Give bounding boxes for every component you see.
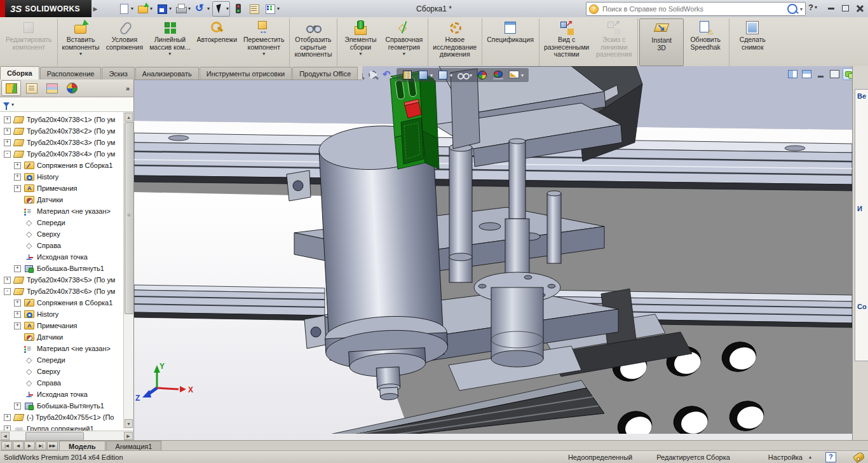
dropdown-caret[interactable]: ▾ xyxy=(403,51,405,57)
expand-toggle[interactable]: + xyxy=(14,174,21,181)
restore-document-button[interactable] xyxy=(829,69,840,79)
tree-item-material[interactable]: Материал <не указан> xyxy=(0,205,133,217)
sw-resource-2-icon[interactable] xyxy=(857,233,867,242)
prev-frame-button[interactable]: ◀ xyxy=(13,441,24,450)
smart-fasteners-button[interactable]: Автокрепежи xyxy=(194,18,240,66)
tree-item-top-plane[interactable]: Сверху xyxy=(0,228,133,240)
tree-item-boss-extrude[interactable]: + Бобышка-Вытянуть1 xyxy=(0,263,133,274)
close-button[interactable] xyxy=(853,3,867,13)
dropdown-caret[interactable]: ▾ xyxy=(262,51,265,57)
dropdown-caret[interactable]: ▾ xyxy=(207,6,210,11)
instant3d-button[interactable]: Instant 3D xyxy=(639,18,684,66)
dropdown-caret[interactable]: ▾ xyxy=(226,6,229,11)
dropdown-caret[interactable]: ▾ xyxy=(169,6,172,11)
display-style-icon[interactable]: ▾ xyxy=(437,69,452,81)
view-settings-icon[interactable]: ▾ xyxy=(508,69,524,81)
dropdown-caret[interactable]: ▾ xyxy=(277,6,280,11)
split-view-top-button[interactable] xyxy=(801,69,812,79)
menu-expand-icon[interactable]: ▶ xyxy=(92,0,99,17)
whats-new-icon[interactable] xyxy=(857,165,867,174)
dropdown-caret[interactable]: ▾ xyxy=(168,51,171,57)
expand-toggle[interactable]: + xyxy=(4,139,11,146)
expand-toggle[interactable]: + xyxy=(14,300,21,307)
expand-toggle[interactable]: + xyxy=(4,277,11,284)
expand-toggle[interactable]: + xyxy=(14,322,21,329)
tree-item-tube738-5[interactable]: + Труба20x40x738<5> (По ум xyxy=(0,274,126,286)
go-to-start-button[interactable]: |◀ xyxy=(1,441,12,450)
new-motion-study-button[interactable]: Новое исследование движения xyxy=(430,18,482,66)
tab-evaluate[interactable]: Анализировать xyxy=(135,67,199,79)
expand-toggle[interactable]: - xyxy=(4,288,11,295)
panel-chevron[interactable]: » xyxy=(126,85,130,92)
hide-show-items-icon[interactable]: ▾ xyxy=(457,69,472,81)
community-icon[interactable] xyxy=(857,317,867,326)
minimize-document-button[interactable] xyxy=(815,69,826,79)
expand-toggle[interactable]: + xyxy=(14,311,21,318)
tools-icon[interactable] xyxy=(857,277,867,286)
update-speedpak-button[interactable]: Обновить Speedhak xyxy=(684,18,729,66)
sw-resource-1-icon[interactable] xyxy=(857,219,867,228)
tree-item-material[interactable]: Материал <не указан> xyxy=(0,343,133,354)
tab-configurationmanager[interactable] xyxy=(42,80,62,96)
dropdown-caret[interactable]: ▾ xyxy=(79,51,82,57)
configuration-caret[interactable]: ▴ xyxy=(809,454,811,460)
play-button[interactable]: ▶ xyxy=(24,441,35,450)
tab-displaymanager[interactable] xyxy=(62,80,82,96)
tree-item-right-plane[interactable]: Справа xyxy=(0,377,133,389)
tab-featuremanager[interactable] xyxy=(1,80,21,96)
view-orientation-icon[interactable]: ▾ xyxy=(417,69,433,81)
dropdown-caret[interactable]: ▾ xyxy=(521,73,524,78)
tree-item-tube755-1[interactable]: + (-) Труба20x40x755<1> (По xyxy=(0,411,126,423)
expand-toggle[interactable]: + xyxy=(14,403,21,410)
tree-item-origin[interactable]: Исходная точка xyxy=(0,251,133,263)
options-button[interactable]: ▾ xyxy=(263,1,281,17)
expand-toggle[interactable]: + xyxy=(4,425,11,431)
previous-view-icon[interactable] xyxy=(381,69,393,81)
task-pane[interactable]: Ве И Со xyxy=(852,66,868,440)
tree-item-annotations[interactable]: + Примечания xyxy=(0,320,133,331)
expand-toggle[interactable]: + xyxy=(14,265,21,272)
new-document-button[interactable]: ▾ xyxy=(117,1,135,17)
dropdown-caret[interactable]: ▾ xyxy=(131,6,133,11)
apply-scene-icon[interactable] xyxy=(492,69,504,81)
tree-item-mates-in-asm[interactable]: + Сопряжения в Сборка1 xyxy=(0,160,133,171)
file-properties-button[interactable] xyxy=(247,1,262,17)
model-lower-rail-left[interactable] xyxy=(134,285,325,321)
tree-item-top-plane[interactable]: Сверху xyxy=(0,366,133,377)
go-to-end-button[interactable]: ▶▶ xyxy=(47,441,58,450)
subscription-icon[interactable] xyxy=(857,263,867,272)
exploded-view-button[interactable]: Вид с разнесенными частями xyxy=(541,18,592,66)
tree-item-boss-extrude[interactable]: + Бобышка-Вытянуть1 xyxy=(0,400,133,411)
tree-item-right-plane[interactable]: Справа xyxy=(0,240,133,251)
expand-toggle[interactable]: + xyxy=(4,128,11,135)
tree-item-tube738-3[interactable]: + Труба20x40x738<3> (По ум xyxy=(0,137,126,148)
dropdown-caret[interactable]: ▾ xyxy=(430,73,433,78)
expand-toggle[interactable]: + xyxy=(14,162,21,169)
info-icon[interactable] xyxy=(857,179,867,188)
scroll-up-icon[interactable]: ▲ xyxy=(125,113,133,121)
help-button[interactable]: ? ▾ xyxy=(808,3,817,12)
dropdown-caret[interactable]: ▾ xyxy=(450,73,452,78)
tree-item-tube738-1[interactable]: + Труба20x40x738<1> (По ум xyxy=(0,114,126,125)
insert-components-button[interactable]: Вставить компоненты ▾ xyxy=(59,18,103,66)
minimize-button[interactable] xyxy=(824,3,838,13)
rebuild-button[interactable] xyxy=(231,1,246,17)
new-document-icon[interactable] xyxy=(857,106,867,115)
tree-item-sensors[interactable]: Датчики xyxy=(0,331,133,343)
tree-item-history[interactable]: + History xyxy=(0,308,133,320)
tag-icon[interactable] xyxy=(853,451,865,463)
tree-item-tube738-4[interactable]: - Труба20x40x738<4> (По ум xyxy=(0,148,126,160)
tree-item-tube738-6[interactable]: - Труба20x40x738<6> (По ум xyxy=(0,286,126,297)
scroll-right-icon[interactable]: ▶ xyxy=(124,432,133,440)
dropdown-caret[interactable]: ▾ xyxy=(150,6,153,11)
select-button[interactable]: ▾ xyxy=(212,1,230,17)
scroll-left-icon[interactable]: ◀ xyxy=(1,432,10,440)
expand-toggle[interactable]: - xyxy=(4,151,11,158)
save-button[interactable]: ▾ xyxy=(155,1,173,17)
tab-assembly[interactable]: Сборка xyxy=(0,66,39,79)
linear-pattern-button[interactable]: Линейный массив ком... ▾ xyxy=(146,18,193,66)
bom-button[interactable]: Спецификация xyxy=(484,18,539,66)
move-component-button[interactable]: Переместить компонент ▾ xyxy=(240,18,290,66)
help-search-box[interactable]: ? ▾ xyxy=(586,2,806,16)
print-button[interactable]: ▾ xyxy=(174,1,192,17)
